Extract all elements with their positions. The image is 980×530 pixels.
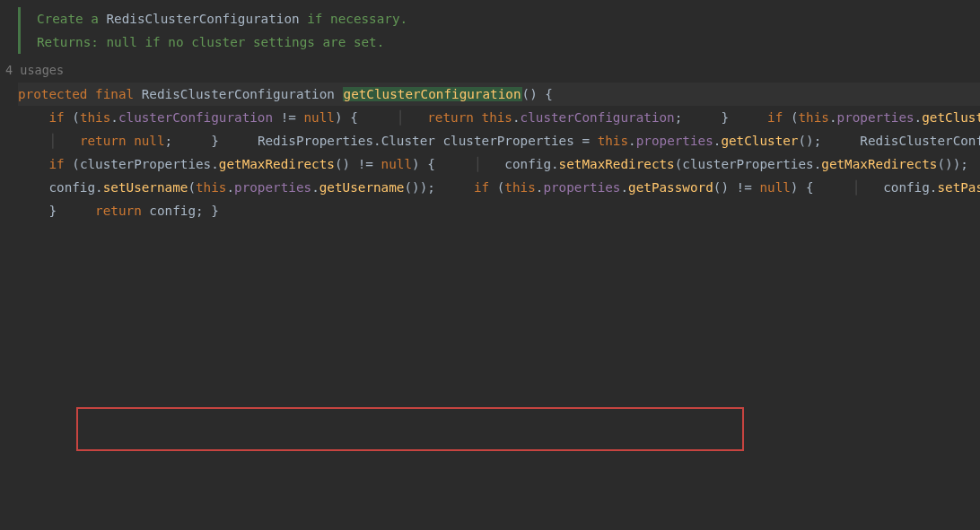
javadoc-line-2: Returns: null if no cluster settings are… (37, 30, 980, 54)
call-setMaxRedirects: setMaxRedirects (559, 157, 675, 171)
call-getUsername: getUsername (319, 180, 405, 195)
call-getCluster: getCluster (922, 110, 980, 125)
code-line[interactable]: return config; (65, 204, 204, 218)
field-clusterConfiguration: clusterConfiguration (118, 110, 273, 125)
call-setUsername: setUsername (103, 180, 188, 195)
type-Cluster: Cluster (381, 134, 435, 148)
return-type: RedisClusterConfiguration (142, 87, 335, 101)
code-editor[interactable]: protected final RedisClusterConfiguratio… (0, 83, 980, 222)
code-line[interactable]: │ config.setMaxRedirects(clusterProperti… (442, 157, 967, 171)
call-getPassword: getPassword (628, 180, 713, 195)
type-RedisProperties: RedisProperties (258, 134, 373, 148)
code-line[interactable]: if (clusterProperties.getMaxRedirects() … (18, 157, 435, 171)
kw-null: null (304, 110, 335, 125)
var-clusterProperties: clusterProperties (443, 134, 574, 148)
code-line[interactable]: config.setUsername(this.properties.getUs… (18, 180, 435, 195)
code-line[interactable]: │ return null; (18, 134, 172, 148)
code-line[interactable]: │ return this.clusterConfiguration; (365, 110, 682, 125)
kw-return: return (427, 110, 474, 125)
code-line[interactable]: } (180, 134, 219, 148)
field-properties: properties (837, 110, 914, 125)
usages-indicator[interactable]: 4 usages (5, 59, 980, 82)
code-line[interactable]: } (18, 204, 57, 218)
code-line[interactable]: } (976, 157, 980, 171)
code-line[interactable]: } (690, 110, 729, 125)
code-line[interactable]: RedisClusterConfiguration config = new R… (829, 134, 980, 148)
code-line[interactable]: RedisProperties.Cluster clusterPropertie… (226, 134, 821, 148)
code-line[interactable]: if (this.properties.getCluster() == null… (737, 110, 980, 125)
doc-text: Create a (37, 12, 106, 26)
method-name: getClusterConfiguration (343, 87, 522, 101)
kw-final: final (95, 87, 134, 101)
brace-open: { (545, 87, 553, 101)
paren-open: ( (522, 87, 530, 101)
javadoc-line-1: Create a RedisClusterConfiguration if ne… (37, 7, 980, 30)
doc-text: if necessary. (300, 12, 408, 26)
annotation-box (76, 407, 744, 451)
code-line[interactable]: if (this.properties.getPassword() != nul… (442, 180, 813, 195)
javadoc-block: Create a RedisClusterConfiguration if ne… (18, 7, 980, 54)
code-line[interactable]: │ config.setPassword(RedisPassword.of(th… (821, 180, 980, 195)
kw-if: if (48, 110, 64, 125)
paren-close: ) (529, 87, 538, 101)
code-line[interactable]: } (211, 204, 219, 218)
method-signature[interactable]: protected final RedisClusterConfiguratio… (18, 83, 980, 106)
call-setPassword: setPassword (937, 180, 980, 195)
kw-this: this (80, 110, 110, 125)
kw-protected: protected (18, 87, 87, 101)
code-line[interactable]: if (this.clusterConfiguration != null) { (18, 110, 358, 125)
doc-class-ref[interactable]: RedisClusterConfiguration (106, 12, 299, 26)
call-getMaxRedirects: getMaxRedirects (219, 157, 335, 171)
